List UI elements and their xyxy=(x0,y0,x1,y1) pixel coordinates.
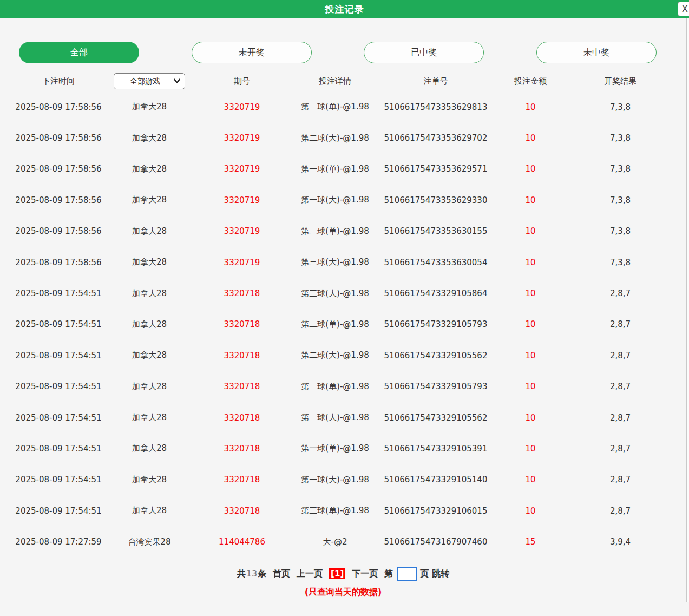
filter-pending[interactable]: 未开奖 xyxy=(192,42,312,63)
filter-all[interactable]: 全部 xyxy=(19,42,139,63)
cell-time: 2025-08-09 17:58:56 xyxy=(14,258,103,267)
cell-order: 51066175473353629702 xyxy=(382,133,490,143)
total-prefix: 共 xyxy=(237,568,246,579)
cell-order: 51066175473329105562 xyxy=(382,413,490,423)
cell-issue: 3320719 xyxy=(195,102,288,112)
window-right-edge xyxy=(686,18,689,602)
daily-data-note: (只查询当天的数据) xyxy=(0,587,686,598)
cell-amount: 10 xyxy=(490,289,571,298)
cell-order: 51066175473353630155 xyxy=(382,226,490,236)
table-row: 2025-08-09 17:58:56加拿大283320719第三球(单)-@1… xyxy=(14,216,670,247)
cell-issue: 3320718 xyxy=(195,506,288,516)
cell-amount: 15 xyxy=(490,537,571,547)
next-page-link[interactable]: 下一页 xyxy=(352,568,378,580)
cell-game: 加拿大28 xyxy=(103,350,195,361)
cell-detail: 第一球(单)-@1.98 xyxy=(288,164,382,174)
cell-time: 2025-08-09 17:58:56 xyxy=(14,195,103,205)
table-header: 下注时间 全部游戏 期号 投注详情 注单号 投注金额 开奖结果 xyxy=(14,71,670,91)
cell-time: 2025-08-09 17:58:56 xyxy=(14,102,103,112)
cell-time: 2025-08-09 17:54:51 xyxy=(14,506,103,516)
filter-won[interactable]: 已中奖 xyxy=(364,42,484,63)
jump-label-post: 页 xyxy=(420,568,429,580)
cell-amount: 10 xyxy=(490,351,571,361)
cell-game: 加拿大28 xyxy=(103,102,195,112)
cell-issue: 3320718 xyxy=(195,289,288,298)
cell-detail: 第二球(单)-@1.98 xyxy=(288,102,382,112)
table-row: 2025-08-09 17:58:56加拿大283320719第一球(大)-@1… xyxy=(14,185,670,215)
cell-amount: 10 xyxy=(490,475,571,484)
cell-issue: 3320719 xyxy=(195,226,288,236)
total-suffix: 条 xyxy=(258,568,266,579)
cell-issue: 114044786 xyxy=(195,537,288,547)
table-row: 2025-08-09 17:54:51加拿大283320718第＿球(单)-@1… xyxy=(14,371,670,402)
cell-game: 台湾宾果28 xyxy=(103,537,195,547)
table-row: 2025-08-09 17:58:56加拿大283320719第一球(单)-@1… xyxy=(14,154,670,185)
close-button[interactable]: X xyxy=(678,2,689,16)
header-issue: 期号 xyxy=(195,76,288,87)
cell-game: 加拿大28 xyxy=(103,257,195,267)
cell-issue: 3320718 xyxy=(195,351,288,361)
cell-detail: 第＿球(单)-@1.98 xyxy=(288,382,382,392)
cell-result: 2,8,7 xyxy=(571,289,670,298)
page-jump-input[interactable] xyxy=(397,567,417,581)
cell-amount: 10 xyxy=(490,226,571,236)
cell-game: 加拿大28 xyxy=(103,475,195,485)
cell-detail: 第二球(大)-@1.98 xyxy=(288,350,382,361)
cell-time: 2025-08-09 17:58:56 xyxy=(14,133,103,143)
game-filter-select[interactable]: 全部游戏 xyxy=(114,73,185,89)
cell-detail: 第二球(单)-@1.98 xyxy=(288,319,382,330)
cell-issue: 3320718 xyxy=(195,444,288,454)
filter-lost[interactable]: 未中奖 xyxy=(536,42,657,63)
cell-result: 2,8,7 xyxy=(571,506,670,516)
cell-result: 7,3,8 xyxy=(571,195,670,205)
cell-issue: 3320718 xyxy=(195,475,288,484)
table-row: 2025-08-09 17:58:56加拿大283320719第三球(大)-@1… xyxy=(14,247,670,278)
cell-detail: 第一球(单)-@1.98 xyxy=(288,443,382,454)
cell-time: 2025-08-09 17:54:51 xyxy=(14,475,103,484)
table-row: 2025-08-09 17:27:59台湾宾果28114044786大-@251… xyxy=(14,526,670,557)
cell-time: 2025-08-09 17:58:56 xyxy=(14,226,103,236)
current-page-badge: [1] xyxy=(329,568,345,579)
jump-button[interactable]: 跳转 xyxy=(432,568,449,580)
cell-order: 51066175473329106015 xyxy=(382,506,490,516)
cell-detail: 第三球(单)-@1.98 xyxy=(288,226,382,237)
cell-issue: 3320719 xyxy=(195,164,288,174)
cell-detail: 大-@2 xyxy=(288,537,382,547)
pagination-bar: 共13条 首页 上一页 [1] 下一页 第 页 跳转 xyxy=(0,566,686,581)
header-order: 注单号 xyxy=(382,76,490,87)
cell-issue: 3320719 xyxy=(195,133,288,143)
table-row: 2025-08-09 17:58:56加拿大283320719第二球(大)-@1… xyxy=(14,122,670,153)
table-row: 2025-08-09 17:54:51加拿大283320718第二球(单)-@1… xyxy=(14,309,670,340)
table-row: 2025-08-09 17:54:51加拿大283320718第三球(单)-@1… xyxy=(14,495,670,526)
table-body: 2025-08-09 17:58:56加拿大283320719第二球(单)-@1… xyxy=(14,91,670,558)
header-result: 开奖结果 xyxy=(571,76,670,87)
cell-amount: 10 xyxy=(490,102,571,112)
cell-amount: 10 xyxy=(490,382,571,391)
cell-game: 加拿大28 xyxy=(103,506,195,516)
cell-amount: 10 xyxy=(490,133,571,143)
cell-result: 2,8,7 xyxy=(571,413,670,423)
cell-time: 2025-08-09 17:27:59 xyxy=(14,537,103,547)
table-row: 2025-08-09 17:54:51加拿大283320718第二球(大)-@1… xyxy=(14,402,670,433)
cell-result: 2,8,7 xyxy=(571,444,670,454)
cell-order: 51066175473329105793 xyxy=(382,382,490,391)
cell-detail: 第三球(大)-@1.98 xyxy=(288,289,382,299)
table-row: 2025-08-09 17:54:51加拿大283320718第一球(大)-@1… xyxy=(14,464,670,495)
cell-game: 加拿大28 xyxy=(103,226,195,237)
prev-page-link[interactable]: 上一页 xyxy=(297,568,323,580)
first-page-link[interactable]: 首页 xyxy=(273,568,290,580)
cell-game: 加拿大28 xyxy=(103,382,195,392)
cell-game: 加拿大28 xyxy=(103,319,195,330)
cell-result: 3,9,4 xyxy=(571,537,670,547)
cell-time: 2025-08-09 17:54:51 xyxy=(14,319,103,329)
cell-time: 2025-08-09 17:58:56 xyxy=(14,164,103,174)
cell-result: 7,3,8 xyxy=(571,258,670,267)
cell-result: 2,8,7 xyxy=(571,351,670,361)
header-detail: 投注详情 xyxy=(288,76,382,87)
cell-time: 2025-08-09 17:54:51 xyxy=(14,444,103,454)
cell-result: 2,8,7 xyxy=(571,475,670,484)
total-count-value: 13 xyxy=(246,568,258,579)
cell-detail: 第三球(大)-@1.98 xyxy=(288,257,382,267)
cell-detail: 第二球(大)-@1.98 xyxy=(288,412,382,423)
cell-issue: 3320719 xyxy=(195,258,288,267)
